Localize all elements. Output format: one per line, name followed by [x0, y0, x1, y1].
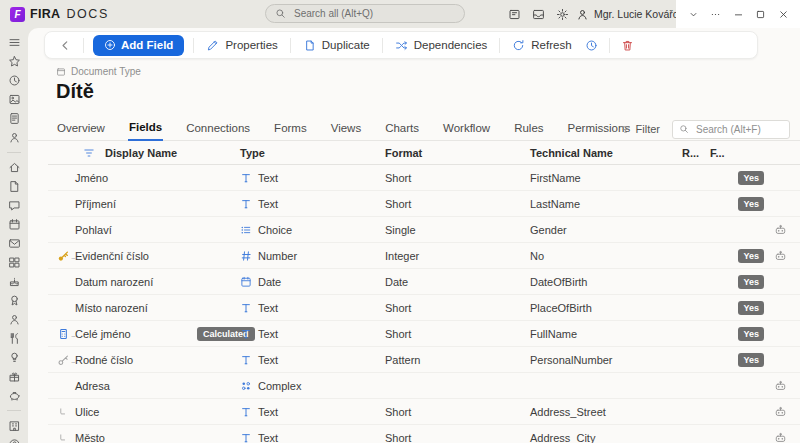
table-row[interactable]: MěstoTextShortAddress_City: [48, 425, 800, 443]
sidebar-mail-icon[interactable]: [8, 237, 21, 250]
field-format: Short: [385, 328, 411, 340]
topbar-icon-group: [508, 0, 569, 28]
title-block: Document Type Dítě: [56, 66, 141, 103]
field-display-name: Místo narození: [75, 302, 148, 314]
sidebar-contact-icon[interactable]: [8, 131, 21, 144]
minimize-icon[interactable]: [733, 9, 744, 20]
sidebar-lamp-icon[interactable]: [8, 351, 21, 364]
board-icon[interactable]: [508, 8, 521, 21]
tab-rules[interactable]: Rules: [513, 122, 544, 140]
app-logo[interactable]: F FIRA DOCS: [10, 0, 109, 28]
table-row[interactable]: AdresaComplex: [48, 373, 800, 399]
sidebar-document-icon[interactable]: [8, 112, 21, 125]
header-required[interactable]: R...: [682, 147, 699, 159]
sidebar-person-icon[interactable]: [8, 313, 21, 326]
sidebar-star-icon[interactable]: [8, 55, 21, 68]
add-field-button[interactable]: Add Field: [93, 35, 184, 56]
table-row[interactable]: Datum narozeníDateDateDateOfBirthYes: [48, 269, 800, 295]
sidebar-cake-icon[interactable]: [8, 275, 21, 288]
sidebar-help-icon[interactable]: [8, 438, 21, 443]
table-row[interactable]: UliceTextShortAddress_Street: [48, 399, 800, 425]
back-button[interactable]: [53, 39, 78, 52]
field-type-label: Text: [258, 432, 278, 443]
required-badge: Yes: [738, 275, 764, 289]
sidebar-home-icon[interactable]: [8, 161, 21, 174]
toolbar-divider: [499, 38, 500, 53]
table-body: JménoTextShortFirstNameYesPříjmeníTextSh…: [48, 165, 800, 443]
table-row[interactable]: ...Rodné čísloTextPatternPersonalNumberY…: [48, 347, 800, 373]
tab-workflow[interactable]: Workflow: [442, 122, 491, 140]
field-display-name: Celé jméno: [75, 328, 131, 340]
history-button[interactable]: [579, 39, 604, 52]
sidebar-building-icon[interactable]: [8, 419, 21, 432]
required-badge: Yes: [738, 327, 764, 341]
delete-button[interactable]: [615, 39, 640, 52]
text-icon: [240, 354, 252, 366]
complex-icon: [240, 380, 252, 392]
table-search[interactable]: [672, 120, 790, 139]
header-display-name[interactable]: Display Name: [105, 147, 177, 159]
field-type-label: Text: [258, 406, 278, 418]
table-row[interactable]: ...Evidenční čísloNumberIntegerNoYes: [48, 243, 800, 269]
global-search-input[interactable]: [292, 7, 446, 20]
sidebar-calendar-icon[interactable]: [8, 218, 21, 231]
text-icon: [240, 302, 252, 314]
refresh-button[interactable]: Refresh: [505, 39, 578, 52]
tab-views[interactable]: Views: [330, 122, 362, 140]
global-search[interactable]: [265, 4, 465, 23]
close-icon[interactable]: [778, 9, 789, 20]
tab-fields[interactable]: Fields: [128, 121, 163, 141]
choice-icon: [240, 224, 252, 236]
sidebar-dashboard-icon[interactable]: [8, 256, 21, 269]
sidebar-apps-icon[interactable]: [8, 93, 21, 106]
table-row[interactable]: ...Celé jménoCalculatedTextShortFullName…: [48, 321, 800, 347]
sidebar-piggy-icon[interactable]: [8, 389, 21, 402]
entity-type-label: Document Type: [71, 66, 141, 77]
automation-icon: [774, 379, 787, 392]
table-row[interactable]: PohlavíChoiceSingleGender: [48, 217, 800, 243]
tab-charts[interactable]: Charts: [384, 122, 420, 140]
filter-button[interactable]: Filter: [620, 123, 660, 135]
inbox-icon[interactable]: [532, 8, 545, 21]
tab-overview[interactable]: Overview: [56, 122, 106, 140]
field-type: Choice: [240, 224, 292, 236]
pencil-icon: [206, 39, 219, 52]
field-display-name: Rodné číslo: [75, 354, 133, 366]
table-row[interactable]: PříjmeníTextShortLastNameYes: [48, 191, 800, 217]
table-row[interactable]: JménoTextShortFirstNameYes: [48, 165, 800, 191]
header-technical-name[interactable]: Technical Name: [530, 147, 613, 159]
chevron-down-icon[interactable]: [688, 9, 699, 20]
header-f[interactable]: F...: [710, 147, 725, 159]
properties-button[interactable]: Properties: [199, 39, 284, 52]
tab-forms[interactable]: Forms: [273, 122, 308, 140]
logo-icon: F: [10, 7, 25, 22]
sidebar-menu-icon[interactable]: [8, 36, 21, 49]
sidebar-gift-icon[interactable]: [8, 370, 21, 383]
text-icon: [240, 432, 252, 443]
table-search-input[interactable]: [694, 123, 782, 136]
header-format[interactable]: Format: [385, 147, 422, 159]
toolbar-divider: [382, 38, 383, 53]
field-type: Text: [240, 406, 278, 418]
automation-icon: [774, 223, 787, 236]
sidebar-award-icon[interactable]: [8, 294, 21, 307]
user-menu[interactable]: Mgr. Lucie Kovářová: [576, 0, 690, 28]
field-technical-name: Gender: [530, 224, 567, 236]
row-leading-slot: ...: [57, 353, 75, 366]
column-filter-icon[interactable]: [83, 147, 95, 159]
duplicate-button[interactable]: Duplicate: [296, 39, 377, 52]
dependencies-button[interactable]: Dependencies: [388, 39, 495, 52]
brand-name-secondary: DOCS: [66, 7, 109, 21]
more-icon[interactable]: [710, 9, 721, 20]
required-badge: Yes: [738, 353, 764, 367]
sidebar-file-icon[interactable]: [8, 180, 21, 193]
maximize-icon[interactable]: [755, 9, 766, 20]
settings-icon[interactable]: [556, 8, 569, 21]
table-row[interactable]: Místo narozeníTextShortPlaceOfBirthYes: [48, 295, 800, 321]
sidebar-food-icon[interactable]: [8, 332, 21, 345]
sidebar-chat-icon[interactable]: [8, 199, 21, 212]
field-format: Integer: [385, 250, 419, 262]
tab-connections[interactable]: Connections: [185, 122, 251, 140]
header-type[interactable]: Type: [240, 147, 265, 159]
sidebar-history-icon[interactable]: [8, 74, 21, 87]
